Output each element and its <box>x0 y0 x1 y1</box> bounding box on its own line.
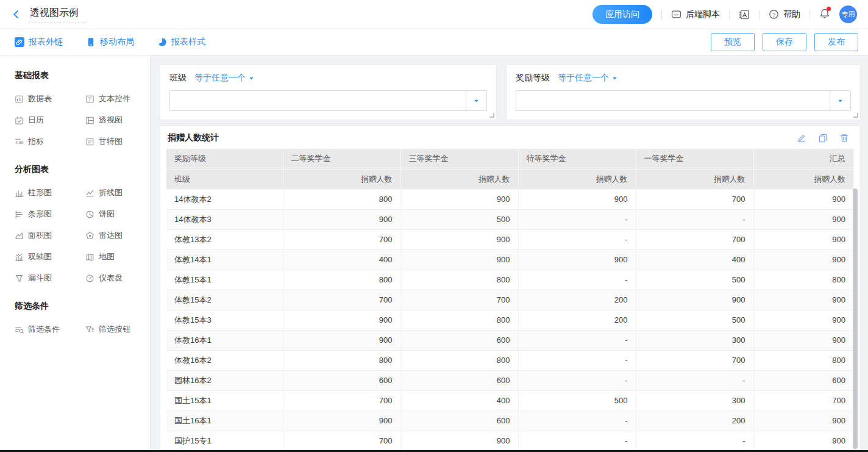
pivot-corner-cell: 奖励等级 <box>166 149 283 169</box>
pivot-column-header: 三等奖学金 <box>400 149 518 169</box>
notifications-button[interactable] <box>819 8 830 21</box>
value-cell: 500 <box>400 209 518 229</box>
class-cell: 体教16本1 <box>166 330 283 350</box>
contacts-button[interactable] <box>739 9 750 20</box>
value-cell: 700 <box>636 189 753 209</box>
resize-handle[interactable] <box>853 113 858 118</box>
pivot-total-header: 汇总 <box>753 149 854 169</box>
sidebar-item-pivot[interactable]: 透视图 <box>85 115 144 126</box>
sidebar-item-label: 双轴图 <box>28 251 52 262</box>
value-cell: 800 <box>283 270 400 290</box>
value-cell: 900 <box>400 189 518 209</box>
caret-down-icon <box>248 75 255 82</box>
toolbar-link-link[interactable]: 报表外链 <box>15 37 63 48</box>
page-title[interactable]: 透视图示例 <box>29 6 86 23</box>
sidebar-item-label: 指标 <box>28 136 44 147</box>
sidebar-item-line-chart[interactable]: 折线图 <box>85 187 144 198</box>
sidebar-item-label: 仪表盘 <box>99 273 123 284</box>
sidebar-item-filter-cond[interactable]: 筛选条件 <box>15 324 85 335</box>
toolbar-link-mobile[interactable]: 移动布局 <box>86 37 134 48</box>
toolbar-link-pie-style[interactable]: 报表样式 <box>157 37 205 48</box>
funnel-chart-icon <box>15 274 24 283</box>
edit-icon[interactable] <box>797 133 806 143</box>
caret-down-icon[interactable] <box>830 91 850 110</box>
class-cell: 体教13本2 <box>166 229 283 249</box>
question-icon: ? <box>769 9 779 20</box>
copy-icon[interactable] <box>818 133 828 143</box>
pivot-row: 体教16本1900600-300900 <box>166 330 854 350</box>
class-filter-select[interactable] <box>169 90 487 111</box>
sidebar-item-filter-btn[interactable]: 筛选按钮 <box>85 324 144 335</box>
pivot-column-header: 二等奖学金 <box>283 149 400 169</box>
pivot-column-header: 一等奖学金 <box>636 149 753 169</box>
sidebar-item-calendar[interactable]: 日历 <box>15 115 85 126</box>
value-cell: 700 <box>283 390 400 411</box>
filter-operator[interactable]: 等于任意一个 <box>194 73 255 84</box>
value-cell: 600 <box>400 411 518 431</box>
sidebar-item-label: 柱形图 <box>28 187 52 198</box>
value-cell: 400 <box>283 249 400 270</box>
value-cell: 900 <box>753 310 854 330</box>
class-cell: 国护15专1 <box>166 431 283 451</box>
save-button[interactable]: 保存 <box>763 33 806 51</box>
back-chevron-icon[interactable] <box>11 9 21 20</box>
sidebar-item-radar-chart[interactable]: 雷达图 <box>85 230 144 241</box>
resize-handle[interactable] <box>489 113 494 118</box>
delete-icon[interactable] <box>839 133 849 143</box>
sidebar-item-area-chart[interactable]: 面积图 <box>15 230 85 241</box>
backend-script-button[interactable]: </> 后端脚本 <box>671 9 720 20</box>
sidebar-item-text-widget[interactable]: 文本控件 <box>85 93 144 104</box>
sidebar-item-label: 文本控件 <box>99 93 130 104</box>
value-cell: 800 <box>283 189 400 209</box>
value-cell: - <box>518 330 636 350</box>
sidebar-item-dual-axis[interactable]: 双轴图 <box>15 251 85 262</box>
filter-card-award-level[interactable]: 奖励等级 等于任意一个 <box>506 64 861 120</box>
filter-card-class[interactable]: 班级 等于任意一个 <box>160 64 497 120</box>
sidebar-item-gauge[interactable]: 仪表盘 <box>85 273 144 284</box>
pivot-row: 园林16本2600600--600 <box>166 370 854 390</box>
value-cell: 900 <box>753 189 854 209</box>
notification-dot <box>827 7 831 11</box>
sidebar-item-label: 漏斗图 <box>28 273 52 284</box>
class-cell: 14体教本3 <box>166 209 283 229</box>
preview-button[interactable]: 预览 <box>711 33 755 51</box>
sidebar-item-bar-chart[interactable]: 条形图 <box>15 209 85 220</box>
value-cell: 900 <box>283 330 400 350</box>
award-filter-select[interactable] <box>516 90 851 111</box>
class-cell: 14体教本2 <box>166 189 283 209</box>
help-button[interactable]: ? 帮助 <box>769 9 800 20</box>
sidebar-item-funnel-chart[interactable]: 漏斗图 <box>15 273 85 284</box>
pivot-row: 国土16本1900600-200900 <box>166 411 854 431</box>
divider <box>661 10 662 20</box>
pivot-title: 捐赠人数统计 <box>168 132 219 143</box>
sidebar-item-kpi[interactable]: 4,80指标 <box>15 136 85 147</box>
pivot-icon <box>85 116 94 125</box>
avatar[interactable]: 专用 <box>839 5 857 23</box>
divider <box>759 10 760 20</box>
value-cell: 900 <box>636 290 753 310</box>
value-cell: 600 <box>753 370 854 390</box>
sidebar-item-column-chart[interactable]: 柱形图 <box>15 187 85 198</box>
scrollbar-thumb[interactable] <box>853 188 858 449</box>
pivot-row: 14体教本2800900900700900 <box>166 189 854 209</box>
value-cell: 900 <box>400 229 518 249</box>
pie-style-icon <box>157 37 167 47</box>
publish-button[interactable]: 发布 <box>814 33 858 51</box>
value-cell: - <box>518 411 636 431</box>
sidebar-item-pie-chart[interactable]: 饼图 <box>85 209 144 220</box>
sidebar-item-data-table[interactable]: 数据表 <box>15 93 85 104</box>
bar-chart-icon <box>15 210 24 219</box>
value-cell: 900 <box>753 209 854 229</box>
value-cell: - <box>518 229 636 249</box>
caret-down-icon[interactable] <box>466 91 486 110</box>
pivot-table: 奖励等级二等奖学金三等奖学金特等奖学金一等奖学金汇总班级捐赠人数捐赠人数捐赠人数… <box>166 149 854 451</box>
table-scrollbar[interactable] <box>853 188 858 449</box>
sidebar-item-map[interactable]: 地图 <box>85 251 144 262</box>
pivot-widget[interactable]: 捐赠人数统计 奖励等级二等奖学金三等奖学金特等奖学金 <box>160 125 861 451</box>
sidebar-item-gantt[interactable]: 甘特图 <box>85 136 144 147</box>
data-table-icon <box>15 95 24 104</box>
app-access-button[interactable]: 应用访问 <box>592 5 652 24</box>
value-cell: 800 <box>753 350 854 370</box>
backend-script-label: 后端脚本 <box>686 9 720 20</box>
filter-operator[interactable]: 等于任意一个 <box>558 73 618 84</box>
